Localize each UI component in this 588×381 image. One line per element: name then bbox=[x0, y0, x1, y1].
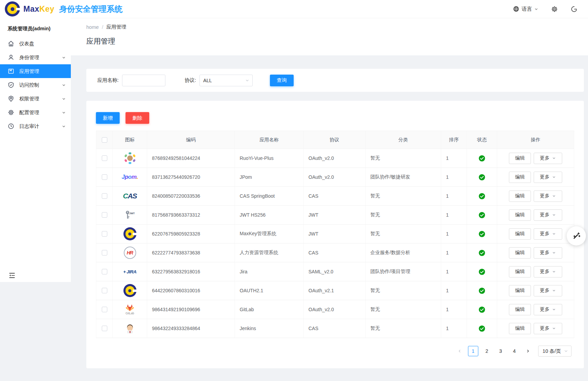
edit-button[interactable]: 编辑 bbox=[509, 209, 531, 221]
more-button[interactable]: 更多 bbox=[534, 209, 562, 221]
language-menu[interactable]: 语言 bbox=[513, 6, 538, 12]
app-name: JPom bbox=[235, 168, 304, 186]
page-button-3[interactable]: 3 bbox=[496, 346, 506, 356]
search-button[interactable]: 查询 bbox=[270, 75, 294, 86]
add-button[interactable]: 新增 bbox=[96, 112, 120, 124]
row-checkbox[interactable] bbox=[102, 326, 107, 331]
app-sort: 1 bbox=[441, 168, 467, 186]
app-sort: 1 bbox=[441, 262, 467, 281]
row-checkbox[interactable] bbox=[102, 193, 107, 199]
edit-button[interactable]: 编辑 bbox=[509, 304, 531, 315]
page-size-value: 10 条/页 bbox=[543, 348, 561, 355]
app-name: MaxKey管理系统 bbox=[235, 225, 304, 243]
sidebar-item-permission[interactable]: 权限管理 bbox=[0, 92, 71, 106]
jenkins-app-icon bbox=[126, 324, 134, 334]
prev-page-button[interactable] bbox=[455, 346, 465, 356]
shield-icon bbox=[8, 81, 14, 88]
app-name: OAUTH2.1 bbox=[235, 281, 304, 300]
app-category: 团队协作/敏捷研发 bbox=[366, 168, 441, 186]
table-row: 622076759805923328 MaxKey管理系统 JWT 暂无 1 编… bbox=[96, 225, 574, 243]
more-button[interactable]: 更多 bbox=[534, 172, 562, 183]
status-enabled-icon bbox=[479, 250, 485, 256]
collapse-sidebar-icon[interactable] bbox=[8, 272, 17, 280]
more-button[interactable]: 更多 bbox=[534, 304, 562, 315]
row-checkbox[interactable] bbox=[102, 307, 107, 312]
hr-app-icon: HR bbox=[124, 247, 136, 259]
app-protocol: JWT bbox=[304, 225, 366, 243]
page-button-4[interactable]: 4 bbox=[509, 346, 520, 356]
edit-button[interactable]: 编辑 bbox=[509, 323, 531, 334]
app-protocol: CAS bbox=[304, 243, 366, 262]
sidebar-item-access[interactable]: 访问控制 bbox=[0, 78, 71, 92]
page-button-2[interactable]: 2 bbox=[482, 346, 492, 356]
more-button[interactable]: 更多 bbox=[534, 190, 562, 202]
magic-wand-button[interactable] bbox=[567, 226, 586, 246]
sidebar-item-apps[interactable]: 应用管理 bbox=[0, 64, 71, 78]
status-enabled-icon bbox=[479, 155, 485, 162]
row-checkbox[interactable] bbox=[102, 174, 107, 180]
app-sort: 1 bbox=[441, 281, 467, 300]
edit-button[interactable]: 编辑 bbox=[509, 172, 531, 183]
next-page-button[interactable] bbox=[523, 346, 533, 356]
sidebar-item-dashboard[interactable]: 仪表盘 bbox=[0, 37, 71, 51]
edit-button[interactable]: 编辑 bbox=[509, 153, 531, 164]
row-checkbox[interactable] bbox=[102, 269, 107, 274]
chevron-down-icon bbox=[552, 307, 556, 312]
table-card: 新增 删除 图标 编码 应用名称 协议 分类 排序 状态 操作 87689249… bbox=[86, 101, 584, 368]
maxkey-logo-icon bbox=[5, 1, 20, 17]
status-enabled-icon bbox=[479, 212, 485, 218]
more-button[interactable]: 更多 bbox=[534, 247, 562, 259]
logout-icon[interactable] bbox=[570, 6, 578, 13]
status-enabled-icon bbox=[479, 231, 485, 237]
more-button[interactable]: 更多 bbox=[534, 153, 562, 164]
app-sort: 1 bbox=[441, 225, 467, 243]
breadcrumb-home[interactable]: home bbox=[86, 24, 99, 30]
more-button[interactable]: 更多 bbox=[534, 323, 562, 334]
row-checkbox[interactable] bbox=[102, 155, 107, 161]
edit-button[interactable]: 编辑 bbox=[509, 247, 531, 259]
protocol-select[interactable]: ALL bbox=[199, 75, 253, 86]
status-enabled-icon bbox=[479, 325, 485, 332]
chevron-down-icon bbox=[62, 83, 66, 87]
row-checkbox[interactable] bbox=[102, 288, 107, 293]
gear-icon bbox=[8, 109, 14, 116]
gitlab-app-icon: GitLab bbox=[125, 304, 134, 315]
current-user: 系统管理员(admin) bbox=[0, 18, 71, 37]
page-size-select[interactable]: 10 条/页 bbox=[538, 346, 571, 357]
chevron-down-icon bbox=[564, 349, 568, 353]
app-name: Jenkins bbox=[235, 319, 304, 338]
app-code: 622076759805923328 bbox=[147, 225, 235, 243]
select-all-checkbox[interactable] bbox=[102, 137, 107, 143]
app-sort: 1 bbox=[441, 187, 467, 205]
app-code: 824008507220033536 bbox=[147, 187, 235, 205]
app-category: 暂无 bbox=[366, 206, 441, 224]
app-name-filter-input[interactable] bbox=[122, 75, 165, 86]
more-button[interactable]: 更多 bbox=[534, 266, 562, 277]
sidebar-item-identity[interactable]: 身份管理 bbox=[0, 51, 71, 64]
sidebar-item-config[interactable]: 配置管理 bbox=[0, 106, 71, 119]
chevron-down-icon bbox=[552, 213, 556, 217]
row-checkbox[interactable] bbox=[102, 250, 107, 255]
edit-button[interactable]: 编辑 bbox=[509, 285, 531, 296]
col-actions: 操作 bbox=[497, 131, 574, 149]
settings-gear-icon[interactable] bbox=[551, 6, 558, 13]
app-code: 622227747938373638 bbox=[147, 243, 235, 262]
more-button[interactable]: 更多 bbox=[534, 228, 562, 240]
edit-button[interactable]: 编辑 bbox=[509, 190, 531, 202]
status-enabled-icon bbox=[479, 287, 485, 294]
app-sort: 1 bbox=[441, 243, 467, 262]
delete-button[interactable]: 删除 bbox=[126, 112, 149, 124]
app-name: GitLab bbox=[235, 300, 304, 319]
more-button[interactable]: 更多 bbox=[534, 285, 562, 296]
app-protocol: OAuth_v2.0 bbox=[304, 149, 366, 167]
system-title: 身份安全管理系统 bbox=[59, 4, 122, 14]
sidebar-item-audit[interactable]: 日志审计 bbox=[0, 119, 71, 133]
table-row: GitLab 986431492190109696 GitLab OAuth_v… bbox=[96, 300, 574, 319]
table-row: 644220607860310016 OAUTH2.1 OAuth_v2.1 暂… bbox=[96, 281, 574, 300]
row-checkbox[interactable] bbox=[102, 212, 107, 218]
status-enabled-icon bbox=[479, 306, 485, 313]
edit-button[interactable]: 编辑 bbox=[509, 266, 531, 277]
row-checkbox[interactable] bbox=[102, 231, 107, 237]
edit-button[interactable]: 编辑 bbox=[509, 228, 531, 240]
page-button-1[interactable]: 1 bbox=[468, 346, 478, 356]
